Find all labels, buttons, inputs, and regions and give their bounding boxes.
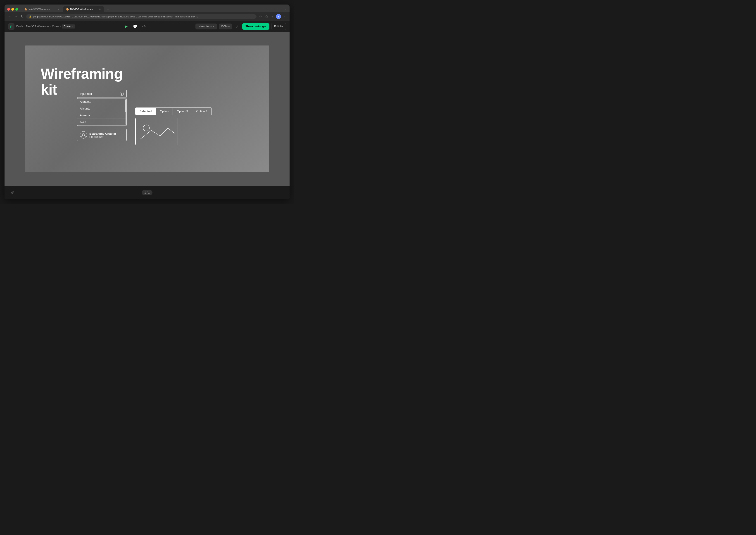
tab-close-1[interactable]: ✕: [57, 8, 60, 11]
browser-tab-1[interactable]: 🎨 NAVIOS Wireframe - Penpot ✕: [22, 6, 63, 12]
tab-option4[interactable]: Option 4: [192, 107, 211, 115]
page-indicator: 1 / 1: [142, 190, 152, 195]
wireframe-tabs: Selected Option Option 3 Option 4: [135, 107, 212, 115]
bottom-bar: ↺ 1 / 1: [5, 186, 289, 199]
wireframe-image-placeholder: [135, 118, 178, 145]
breadcrumb: Drafts / NAVIOS Wireframe / Cover / Cove…: [16, 24, 75, 29]
profile-badge[interactable]: S: [276, 14, 281, 19]
tab-option3[interactable]: Option 3: [173, 107, 192, 115]
svg-point-4: [143, 125, 149, 131]
user-role: HR Manager: [89, 135, 116, 138]
browser-window: 🎨 NAVIOS Wireframe - Penpot ✕ 🎨 NAVIOS W…: [5, 5, 289, 199]
breadcrumb-page[interactable]: Cover: [52, 25, 59, 28]
share-button[interactable]: ⬡: [264, 14, 269, 19]
list-item-1[interactable]: Albacete: [77, 99, 126, 105]
tab-label-2: NAVIOS Wireframe - View m...: [70, 8, 97, 11]
input-placeholder: Input text: [80, 92, 92, 96]
back-button[interactable]: ←: [7, 14, 12, 19]
list-item-2[interactable]: Alicante: [77, 105, 126, 112]
comment-button[interactable]: 💬: [132, 23, 139, 30]
maximize-window-button[interactable]: [15, 8, 18, 11]
wireframe-input-field[interactable]: Input text ℹ: [77, 90, 127, 98]
history-button[interactable]: ↺: [9, 189, 15, 196]
scrollbar[interactable]: [125, 99, 125, 125]
wireframe-dropdown: Input text ℹ Albacete Alicante Almería Á…: [77, 90, 127, 126]
bookmark-button[interactable]: ☆: [258, 14, 263, 19]
play-button[interactable]: ▶: [122, 23, 130, 30]
lock-icon: 🔒: [29, 15, 32, 18]
breadcrumb-chevron-icon: ∨: [72, 25, 73, 28]
app-toolbar: P Drafts / NAVIOS Wireframe / Cover / Co…: [5, 21, 289, 32]
wireframe-slide: Wireframing kit Input text ℹ Albacete Al…: [25, 45, 269, 172]
new-tab-button[interactable]: +: [105, 6, 111, 12]
close-window-button[interactable]: [7, 8, 10, 11]
breadcrumb-sep-1: /: [24, 25, 25, 28]
reader-button[interactable]: ≡: [270, 14, 275, 19]
avatar: [80, 131, 87, 138]
svg-point-2: [83, 133, 84, 135]
breadcrumb-current-label: Cover: [64, 25, 71, 28]
list-item-3[interactable]: Almería: [77, 112, 126, 119]
play-icon: ▶: [125, 24, 127, 29]
url-text: penpot.navios.biz/#/view/220ae16f-118a-8…: [33, 15, 198, 18]
wireframe-list[interactable]: Albacete Alicante Almería Ávila: [77, 98, 127, 126]
edit-file-button[interactable]: Edit file: [271, 23, 286, 30]
zoom-label: 100%: [221, 25, 228, 28]
breadcrumb-drafts[interactable]: Drafts: [16, 25, 23, 28]
tab-bar: 🎨 NAVIOS Wireframe - Penpot ✕ 🎨 NAVIOS W…: [5, 5, 289, 12]
zoom-dropdown[interactable]: 100% ∨: [219, 23, 232, 29]
tab-label-1: NAVIOS Wireframe - Penpot: [29, 8, 55, 11]
user-info: Bearaldine Chaplin HR Manager: [89, 132, 116, 138]
svg-rect-3: [136, 118, 178, 145]
breadcrumb-sep-2: /: [50, 25, 51, 28]
breadcrumb-current[interactable]: Cover ∨: [62, 24, 75, 29]
url-bar[interactable]: 🔒 penpot.navios.biz/#/view/220ae16f-118a…: [26, 14, 256, 19]
info-icon: ℹ: [120, 92, 124, 96]
tab-selected[interactable]: Selected: [135, 107, 156, 115]
toolbar-center: ▶ 💬 </>: [122, 23, 148, 30]
interactions-dropdown[interactable]: Interactions ∨: [196, 23, 217, 29]
tab-close-2[interactable]: ✕: [99, 8, 101, 11]
scrollbar-thumb: [125, 99, 125, 112]
zoom-chevron-icon: ∨: [228, 25, 230, 28]
tab-option[interactable]: Option: [156, 107, 173, 115]
interactions-chevron-icon: ∨: [213, 25, 215, 28]
interactions-label: Interactions: [198, 25, 212, 28]
forward-button[interactable]: →: [14, 14, 18, 19]
code-icon: </>: [142, 25, 146, 28]
user-name: Bearaldine Chaplin: [89, 132, 116, 135]
title-line1: Wireframing: [41, 66, 122, 82]
breadcrumb-sep-3: /: [60, 25, 61, 28]
code-button[interactable]: </>: [141, 23, 148, 30]
refresh-button[interactable]: ↻: [20, 14, 24, 19]
breadcrumb-project[interactable]: NAVIOS Wireframe: [26, 25, 49, 28]
address-bar: ← → ↻ 🔒 penpot.navios.biz/#/view/220ae16…: [5, 12, 289, 21]
minimize-window-button[interactable]: [11, 8, 14, 11]
penpot-logo-icon: P: [8, 23, 14, 30]
avatar-icon: [81, 133, 86, 137]
browser-tab-2[interactable]: 🎨 NAVIOS Wireframe - View m... ✕: [63, 6, 104, 12]
share-prototype-button[interactable]: Share prototype: [242, 23, 269, 30]
fullscreen-icon: ⤢: [236, 25, 238, 28]
image-placeholder-icon: [136, 118, 178, 145]
traffic-lights: [7, 8, 18, 11]
tab-favicon-2: 🎨: [66, 8, 69, 11]
fullscreen-button[interactable]: ⤢: [234, 23, 240, 30]
comment-icon: 💬: [133, 24, 138, 29]
menu-button[interactable]: ⋮: [282, 14, 287, 19]
wireframe-user-card: Bearaldine Chaplin HR Manager: [77, 129, 127, 141]
svg-text:P: P: [10, 25, 12, 29]
list-item-4[interactable]: Ávila: [77, 119, 126, 126]
toolbar-right: Interactions ∨ 100% ∨ ⤢ Share prototype …: [196, 23, 286, 30]
canvas-area: Wireframing kit Input text ℹ Albacete Al…: [5, 32, 289, 186]
address-actions: ☆ ⬡ ≡ S ⋮: [258, 14, 287, 19]
tab-favicon-1: 🎨: [24, 8, 27, 11]
tab-overflow-button[interactable]: ⌄: [284, 8, 287, 11]
app-logo: P: [8, 23, 14, 30]
